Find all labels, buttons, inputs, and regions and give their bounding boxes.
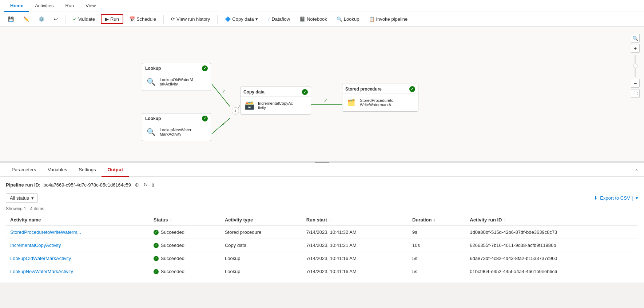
plus-connector[interactable]: + (232, 107, 239, 115)
lookup1-success-badge: ✓ (202, 65, 208, 71)
lookup1-type-label: Lookup (145, 66, 161, 71)
lookup1-icon: 🔍 (145, 76, 157, 88)
save-button[interactable]: 💾 (4, 15, 17, 24)
activity-name-link[interactable]: LookupOldWaterMarkActivity (10, 256, 71, 261)
panel-collapse-button[interactable]: ∧ (635, 167, 638, 172)
nav-tabs: Home Activities Run View (0, 0, 644, 12)
notebook-button[interactable]: 📓 Notebook (296, 15, 331, 24)
cell-status: ✓Succeeded (149, 239, 220, 252)
run-button[interactable]: ▶ Run (101, 14, 123, 24)
export-chevron-icon: | (632, 195, 633, 201)
nav-tab-home[interactable]: Home (4, 0, 29, 12)
zoom-handle[interactable] (633, 64, 637, 68)
edit-icon: ✏️ (23, 16, 29, 22)
cell-duration: 5s (408, 265, 465, 278)
storedproc-type-label: Stored procedure (345, 87, 382, 92)
activity-name-link[interactable]: LookupNewWaterMarkActivity (10, 269, 73, 274)
sort-activity-type-icon: ↕ (255, 218, 257, 222)
zoom-out-button[interactable]: − (631, 79, 640, 88)
tab-output[interactable]: Output (102, 163, 129, 177)
download-icon: ⬇ (594, 195, 598, 201)
canvas-search-button[interactable]: 🔍 (631, 34, 640, 43)
copydata-node[interactable]: Copy data ✓ 🗃️ IncrementalCopyActivity (240, 87, 311, 115)
activity-name-link[interactable]: IncrementalCopyActivity (10, 243, 61, 248)
panel-tabs: Parameters Variables Settings Output ∧ (0, 163, 644, 177)
cell-duration: 5s (408, 252, 465, 265)
settings-button[interactable]: ⚙️ (35, 15, 48, 24)
cell-activity-name[interactable]: LookupNewWaterMarkActivity (6, 265, 149, 278)
col-activity-name[interactable]: Activity name ↕ (6, 214, 149, 226)
col-activity-type[interactable]: Activity type ↕ (220, 214, 302, 226)
cell-status: ✓Succeeded (149, 252, 220, 265)
lookup2-icon: 🔍 (145, 126, 157, 138)
dataflow-button[interactable]: ⑂ Dataflow (264, 15, 294, 24)
svg-line-1 (212, 118, 230, 134)
fullscreen-button[interactable]: ⛶ (631, 89, 640, 98)
status-succeeded-icon: ✓ (154, 269, 159, 274)
cell-activity-type: Lookup (220, 252, 302, 265)
status-succeeded-icon: ✓ (154, 243, 159, 248)
nav-tab-run[interactable]: Run (59, 0, 80, 12)
refresh-button[interactable]: ↻ (143, 181, 148, 188)
pipeline-run-id-row: Pipeline run ID: bc4a7669-c95f-4d7c-978c… (6, 181, 638, 188)
panel-tab-list: Parameters Variables Settings Output (6, 163, 129, 176)
col-status[interactable]: Status ↕ (149, 214, 220, 226)
col-run-start[interactable]: Run start ↕ (302, 214, 408, 226)
zoom-slider[interactable] (635, 55, 636, 77)
bottom-panel: Parameters Variables Settings Output ∧ P… (0, 163, 644, 283)
lookup2-node[interactable]: Lookup ✓ 🔍 LookupNewWaterMarkActivity (142, 113, 211, 141)
svg-text:✓: ✓ (222, 89, 226, 94)
storedproc-node[interactable]: Stored procedure ✓ 🗂️ StoredProceduretoW… (342, 84, 418, 112)
cell-run-start: 7/14/2023, 10:41:16 AM (302, 265, 408, 278)
col-activity-run-id[interactable]: Activity run ID ↕ (465, 214, 638, 226)
notebook-icon: 📓 (299, 16, 305, 22)
copydata-success-badge: ✓ (302, 89, 308, 95)
activity-name-link[interactable]: StoredProceduretoWriteWaterm... (10, 229, 81, 235)
svg-text:✓: ✓ (324, 98, 327, 103)
history-icon: ⟳ (171, 16, 175, 22)
lookup1-node[interactable]: Lookup ✓ 🔍 LookupOldWaterMarkActivity (142, 63, 211, 91)
info-button[interactable]: ℹ (151, 181, 155, 188)
validate-button[interactable]: ✓ Validate (69, 15, 99, 24)
output-area: Pipeline run ID: bc4a7669-c95f-4d7c-978c… (0, 177, 644, 283)
pipeline-canvas[interactable]: ✓ ✓ ✓ Lookup ✓ 🔍 LookupOldWaterMarkActiv… (0, 27, 644, 161)
status-filter-label: All status (10, 195, 29, 201)
run-id-value: bc4a7669-c95f-4d7c-978c-85c1d6164c59 (43, 182, 131, 188)
tab-parameters[interactable]: Parameters (6, 163, 42, 177)
separator-1 (65, 15, 65, 24)
status-label: Succeeded (161, 229, 184, 235)
col-duration[interactable]: Duration ↕ (408, 214, 465, 226)
copy-run-id-button[interactable]: ⊕ (134, 181, 140, 188)
status-filter-dropdown[interactable]: All status ▾ (6, 193, 38, 203)
play-icon: ▶ (105, 16, 109, 22)
undo-button[interactable]: ↩ (50, 15, 61, 24)
zoom-controls: 🔍 + − ⛶ (631, 34, 640, 98)
cell-duration: 10s (408, 239, 465, 252)
invoke-pipeline-button[interactable]: 📋 Invoke pipeline (365, 15, 412, 24)
run-id-label: Pipeline run ID: (6, 182, 40, 188)
cell-status: ✓Succeeded (149, 265, 220, 278)
calendar-icon: 📅 (129, 16, 135, 22)
cell-activity-name[interactable]: StoredProceduretoWriteWaterm... (6, 226, 149, 239)
status-label: Succeeded (161, 269, 184, 274)
cell-activity-name[interactable]: LookupOldWaterMarkActivity (6, 252, 149, 265)
tab-variables[interactable]: Variables (42, 163, 73, 177)
zoom-in-button[interactable]: + (631, 44, 640, 53)
cell-activity-type: Copy data (220, 239, 302, 252)
view-run-history-button[interactable]: ⟳ View run history (167, 15, 214, 24)
cell-activity-name[interactable]: IncrementalCopyActivity (6, 239, 149, 252)
tab-settings[interactable]: Settings (73, 163, 102, 177)
copy-data-button[interactable]: 🔷 Copy data ▾ (221, 15, 261, 24)
lookup2-label: LookupNewWaterMarkActivity (160, 128, 191, 136)
schedule-button[interactable]: 📅 Schedule (126, 15, 160, 24)
cell-activity-run-id: 6da873df-4c82-4d43-8fa2-b1533737c960 (465, 252, 638, 265)
status-label: Succeeded (161, 256, 184, 261)
export-csv-button[interactable]: ⬇ Export to CSV | ▾ (594, 195, 638, 201)
nav-tab-view[interactable]: View (80, 0, 102, 12)
copy-data-icon: 🔷 (225, 16, 231, 22)
cell-activity-run-id: 6266355f-7b16-4011-9d38-acfb9f11986b (465, 239, 638, 252)
lookup-button[interactable]: 🔍 Lookup (333, 15, 363, 24)
edit-button[interactable]: ✏️ (20, 15, 33, 24)
nav-tab-activities[interactable]: Activities (29, 0, 59, 12)
output-table: Activity name ↕ Status ↕ Activity type ↕… (6, 214, 638, 278)
